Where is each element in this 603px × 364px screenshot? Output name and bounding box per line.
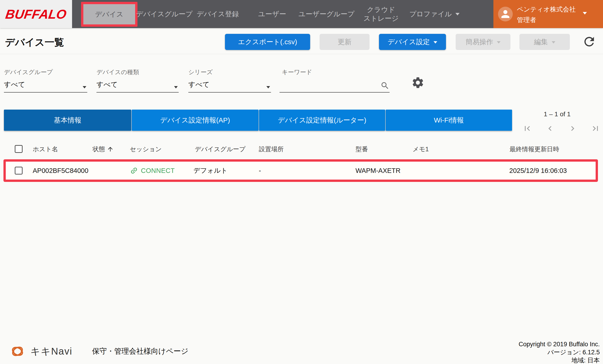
device-group-select[interactable]: すべて bbox=[4, 78, 87, 93]
tab-device-settings-router[interactable]: デバイス設定情報(ルーター) bbox=[259, 110, 385, 131]
edit-button[interactable]: 編集 bbox=[519, 34, 570, 50]
last-page-icon[interactable] bbox=[590, 123, 601, 134]
keyword-field bbox=[279, 78, 390, 93]
tab-device-settings-ap[interactable]: デバイス設定情報(AP) bbox=[132, 110, 259, 131]
footer-version: バージョン: 6.12.5 bbox=[519, 348, 600, 356]
buffalo-logo: BUFFALO bbox=[5, 7, 68, 22]
pagination-controls bbox=[522, 123, 601, 134]
col-header-host[interactable]: ホスト名 bbox=[33, 145, 58, 154]
avatar bbox=[498, 7, 513, 21]
page-header: デバイス一覧 エクスポート(.csv) 更新 デバイス設定 簡易操作 編集 bbox=[0, 28, 603, 54]
nav-item-profile[interactable]: プロファイル bbox=[410, 0, 459, 28]
nav-item-device-groups[interactable]: デバイスグループ bbox=[141, 0, 187, 28]
account-role: 管理者 bbox=[517, 16, 536, 24]
person-icon bbox=[499, 8, 511, 20]
cell-model: WAPM-AXETR bbox=[356, 166, 400, 175]
kikinavi-wordmark: キキNavi bbox=[30, 345, 72, 358]
prev-page-icon[interactable] bbox=[545, 123, 555, 134]
table-row[interactable]: AP002BF5C84000 CONNECT デフォルト - WAPM-AXET… bbox=[3, 159, 598, 182]
chevron-down-icon bbox=[267, 86, 270, 88]
col-header-location[interactable]: 設置場所 bbox=[259, 145, 284, 154]
first-page-icon[interactable] bbox=[522, 123, 532, 134]
device-group-filter-label: デバイスグループ bbox=[4, 68, 53, 76]
chevron-down-icon bbox=[497, 41, 500, 44]
col-header-model[interactable]: 型番 bbox=[356, 145, 368, 154]
brand-area: BUFFALO bbox=[0, 0, 72, 28]
chevron-down-icon bbox=[583, 12, 587, 14]
nav-item-devices-label: デバイス bbox=[95, 10, 123, 19]
keyword-filter-label: キーワード bbox=[282, 68, 312, 76]
tab-basic-info[interactable]: 基本情報 bbox=[4, 110, 131, 131]
search-icon[interactable] bbox=[380, 81, 390, 90]
nav-item-cloud-storage[interactable]: クラウド ストレージ bbox=[364, 0, 398, 28]
row-checkbox[interactable] bbox=[15, 167, 23, 175]
col-header-last-updated[interactable]: 最終情報更新日時 bbox=[510, 145, 559, 154]
device-type-filter-label: デバイスの種類 bbox=[96, 68, 139, 76]
session-connect-link[interactable]: CONNECT bbox=[130, 166, 175, 175]
footer-subtitle: 保守・管理会社様向けページ bbox=[92, 346, 188, 356]
account-menu[interactable]: ペンティオ株式会社 管理者 bbox=[493, 0, 603, 28]
nav-item-device-register[interactable]: デバイス登録 bbox=[198, 0, 238, 28]
pagination-range: 1 – 1 of 1 bbox=[532, 110, 582, 118]
cell-device-group: デフォルト bbox=[193, 166, 228, 175]
page-title: デバイス一覧 bbox=[5, 36, 64, 49]
chevron-down-icon bbox=[434, 41, 437, 44]
update-button[interactable]: 更新 bbox=[320, 34, 370, 50]
tab-wifi-info[interactable]: Wi-Fi情報 bbox=[386, 110, 512, 131]
kikinavi-logo-icon bbox=[10, 344, 25, 359]
footer-brand: キキNavi 保守・管理会社様向けページ bbox=[10, 344, 188, 359]
series-select[interactable]: すべて bbox=[188, 78, 271, 93]
chevron-down-icon bbox=[174, 86, 178, 88]
col-header-memo1[interactable]: メモ1 bbox=[413, 145, 429, 154]
col-header-device-group[interactable]: デバイスグループ bbox=[195, 145, 245, 154]
chevron-down-icon bbox=[552, 41, 555, 44]
footer-region: 地域: 日本 bbox=[519, 356, 600, 364]
link-icon bbox=[128, 165, 140, 176]
sort-ascending-icon bbox=[107, 146, 114, 153]
nav-item-users[interactable]: ユーザー bbox=[257, 0, 287, 28]
col-header-status[interactable]: 状態 bbox=[93, 145, 114, 154]
export-csv-button[interactable]: エクスポート(.csv) bbox=[225, 34, 310, 50]
col-header-session[interactable]: セッション bbox=[130, 145, 162, 154]
simple-ops-button[interactable]: 簡易操作 bbox=[456, 34, 510, 50]
kikinavi-app: BUFFALO デバイス デバイスグループ デバイス登録 ユーザー ユーザーグル… bbox=[0, 0, 603, 364]
select-all-checkbox[interactable] bbox=[15, 145, 23, 153]
cell-last-updated: 2025/12/9 16:06:03 bbox=[509, 166, 567, 175]
keyword-input[interactable] bbox=[279, 81, 379, 91]
next-page-icon[interactable] bbox=[568, 123, 578, 134]
chevron-down-icon bbox=[83, 86, 86, 88]
account-company: ペンティオ株式会社 bbox=[517, 5, 576, 14]
series-filter-label: シリーズ bbox=[188, 68, 213, 76]
device-type-select[interactable]: すべて bbox=[96, 78, 179, 93]
top-navbar: BUFFALO デバイス デバイスグループ デバイス登録 ユーザー ユーザーグル… bbox=[0, 0, 603, 28]
nav-item-user-groups[interactable]: ユーザーグループ bbox=[303, 0, 350, 28]
chevron-down-icon bbox=[455, 13, 460, 15]
footer-meta: Copyright © 2019 Buffalo Inc. バージョン: 6.1… bbox=[519, 340, 600, 364]
column-settings-gear-icon[interactable] bbox=[411, 76, 425, 89]
reload-icon[interactable] bbox=[582, 35, 596, 49]
footer-copyright: Copyright © 2019 Buffalo Inc. bbox=[519, 340, 600, 348]
device-settings-button[interactable]: デバイス設定 bbox=[379, 34, 446, 50]
nav-item-devices[interactable]: デバイス bbox=[81, 2, 138, 27]
cell-location: - bbox=[259, 166, 261, 175]
cell-host: AP002BF5C84000 bbox=[33, 166, 88, 175]
